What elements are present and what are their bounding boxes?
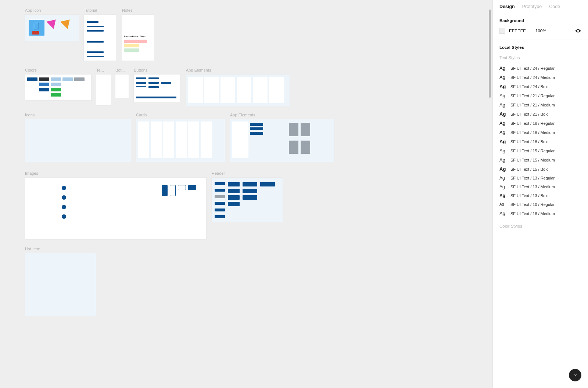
text-style-row[interactable]: AgSF UI Text / 13 / Regular — [496, 174, 584, 182]
bar — [87, 56, 104, 57]
frame-cards[interactable]: Cards — [136, 113, 225, 162]
btn — [148, 82, 159, 84]
card — [201, 122, 212, 158]
frame-body[interactable] — [230, 119, 334, 162]
ag-preview-icon: Ag — [499, 211, 507, 216]
frame-label: App Elements — [230, 113, 334, 117]
frame-body[interactable] — [25, 75, 91, 100]
text-style-row[interactable]: AgSF UI Text / 16 / Medium — [496, 209, 584, 218]
color-chip — [39, 77, 49, 81]
text-style-label: SF UI Text / 15 / Regular — [510, 149, 555, 153]
color-styles-title: Color Styles — [493, 220, 588, 230]
text-style-row[interactable]: AgSF UI Text / 15 / Medium — [496, 155, 584, 164]
frame-images[interactable]: Images — [25, 171, 206, 239]
frame-body[interactable] — [84, 15, 116, 61]
frame-label: Colors — [25, 68, 91, 72]
ag-preview-icon: Ag — [499, 93, 507, 98]
bar — [250, 127, 263, 130]
frame-te[interactable]: Te... — [96, 68, 111, 105]
tab-prototype[interactable]: Prototype — [522, 4, 542, 9]
ag-preview-icon: Ag — [499, 112, 507, 116]
circle-icon — [62, 186, 66, 190]
canvas-scrollbar[interactable] — [489, 10, 491, 98]
card — [163, 122, 174, 158]
frame-body[interactable] — [212, 178, 283, 222]
text-style-row[interactable]: AgSF UI Text / 13 / Bold — [496, 191, 584, 200]
frame-body[interactable] — [25, 119, 131, 162]
bar — [87, 41, 104, 43]
frame-colors[interactable]: Colors — [25, 68, 91, 100]
hdr — [243, 195, 257, 200]
ag-preview-icon: Ag — [499, 130, 507, 135]
frame-buttons[interactable]: Buttons — [134, 68, 180, 102]
color-chip — [74, 77, 85, 81]
text-style-row[interactable]: AgSF UI Text / 21 / Bold — [496, 109, 584, 119]
phone — [170, 185, 176, 196]
text-style-label: SF UI Text / 15 / Bold — [510, 167, 549, 171]
frame-bot[interactable]: Bot... — [115, 68, 129, 98]
background-opacity[interactable]: 100% — [535, 29, 571, 33]
hdr — [260, 182, 275, 186]
tab-code[interactable]: Code — [549, 4, 560, 9]
text-style-row[interactable]: AgSF UI Text / 15 / Bold — [496, 164, 584, 174]
color-chip — [39, 83, 49, 86]
bar — [87, 26, 104, 27]
tab-design[interactable]: Design — [499, 4, 515, 9]
text-style-row[interactable]: AgSF UI Text / 18 / Medium — [496, 128, 584, 137]
background-hex[interactable]: EEEEEE — [509, 29, 532, 33]
text-style-row[interactable]: AgSF UI Text / 24 / Regular — [496, 64, 584, 73]
frame-app-elements[interactable]: App Elements — [186, 68, 290, 106]
background-swatch[interactable] — [499, 28, 505, 34]
frame-body[interactable] — [25, 15, 79, 41]
text-style-label: SF UI Text / 10 / Regular — [510, 202, 555, 207]
ag-preview-icon: Ag — [499, 75, 507, 80]
text-styles-list: AgSF UI Text / 24 / RegularAgSF UI Text … — [493, 61, 588, 220]
text-style-row[interactable]: AgSF UI Text / 18 / Regular — [496, 119, 584, 128]
text-style-label: SF UI Text / 24 / Bold — [510, 84, 549, 89]
frame-body[interactable] — [25, 178, 206, 239]
visibility-toggle-icon[interactable] — [575, 29, 581, 33]
frame-header[interactable]: Header — [212, 171, 283, 222]
frame-body[interactable] — [115, 75, 129, 98]
help-button[interactable]: ? — [569, 369, 581, 381]
text-style-label: SF UI Text / 15 / Medium — [510, 158, 555, 162]
frame-body[interactable] — [134, 75, 180, 102]
note-yellow — [124, 44, 139, 47]
text-style-row[interactable]: AgSF UI Text / 18 / Bold — [496, 137, 584, 146]
frame-tutorial[interactable]: Tutorial — [84, 8, 116, 61]
text-style-label: SF UI Text / 18 / Medium — [510, 130, 555, 135]
frame-icons[interactable]: Icons — [25, 113, 131, 162]
btn-outline — [136, 86, 146, 88]
canvas[interactable]: App Icon Tutorial Notes Kreditne kartice… — [0, 0, 492, 388]
frame-label: App Elements — [186, 68, 290, 72]
ag-preview-icon: Ag — [499, 139, 507, 144]
background-row[interactable]: EEEEEE 100% — [493, 25, 588, 40]
frame-app-icon[interactable]: App Icon — [25, 8, 79, 41]
frame-body[interactable] — [96, 75, 111, 105]
text-style-label: SF UI Text / 21 / Bold — [510, 112, 549, 116]
hdr — [215, 189, 225, 192]
text-style-row[interactable]: AgSF UI Text / 10 / Regular — [496, 200, 584, 209]
text-style-row[interactable]: AgSF UI Text / 21 / Medium — [496, 100, 584, 109]
text-style-row[interactable]: AgSF UI Text / 24 / Medium — [496, 73, 584, 82]
ag-preview-icon: Ag — [499, 176, 507, 180]
frame-label: Bot... — [115, 68, 129, 72]
btn — [148, 77, 159, 79]
frame-list-item[interactable]: List Item — [25, 247, 96, 316]
text-style-row[interactable]: AgSF UI Text / 24 / Bold — [496, 82, 584, 91]
frame-body[interactable]: Kreditne kartice - Diners — [122, 15, 154, 61]
frame-app-elements-2[interactable]: App Elements — [230, 113, 334, 162]
frame-body[interactable] — [25, 253, 96, 316]
text-style-row[interactable]: AgSF UI Text / 21 / Regular — [496, 91, 584, 100]
text-style-row[interactable]: AgSF UI Text / 15 / Regular — [496, 146, 584, 155]
monitor — [188, 185, 196, 190]
frame-label: Tutorial — [84, 8, 116, 12]
text-style-label: SF UI Text / 13 / Bold — [510, 193, 549, 198]
text-style-row[interactable]: AgSF UI Text / 13 / Medium — [496, 182, 584, 191]
panel-tabs: Design Prototype Code — [493, 0, 588, 13]
col — [253, 77, 268, 103]
frame-body[interactable] — [136, 119, 225, 162]
frame-body[interactable] — [186, 75, 290, 106]
ag-preview-icon: Ag — [499, 193, 507, 198]
frame-notes[interactable]: Notes Kreditne kartice - Diners — [122, 8, 154, 61]
